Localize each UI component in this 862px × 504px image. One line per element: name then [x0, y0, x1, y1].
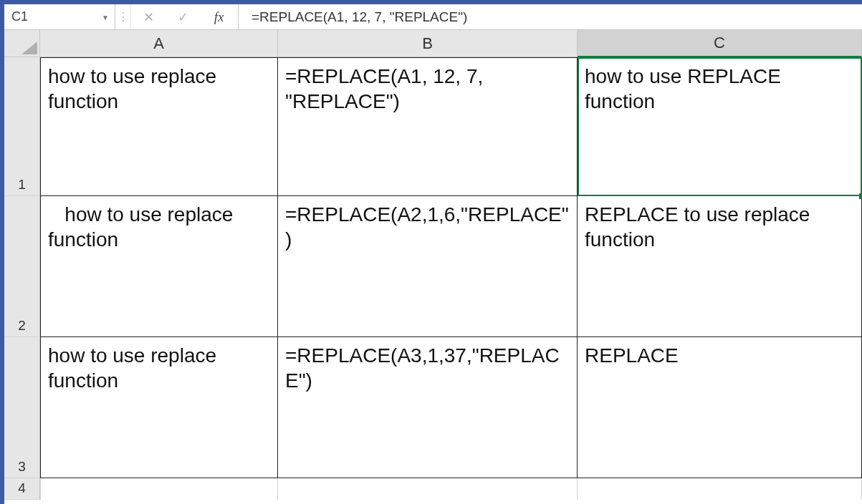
row-header-label: 4 — [18, 480, 26, 496]
row-headers: 1 2 3 4 — [4, 57, 40, 500]
cell-B2[interactable]: =REPLACE(A2,1,6,"REPLACE") — [278, 196, 578, 337]
cell-C1[interactable]: how to use REPLACE function — [578, 57, 862, 196]
table-row: how to use replace function =REPLACE(A1,… — [40, 57, 862, 196]
row-header-2[interactable]: 2 — [4, 196, 40, 337]
name-box-dropdown-icon[interactable]: ▼ — [102, 13, 109, 21]
column-header-label: B — [422, 34, 433, 53]
cell-value: =REPLACE(A3,1,37,"REPLACE") — [285, 343, 570, 393]
column-header-C[interactable]: C — [578, 30, 862, 57]
cell-A2[interactable]: how to use replace function — [40, 196, 278, 337]
enter-icon: ✓ — [178, 9, 188, 25]
row-header-gutter: 1 2 3 4 — [4, 30, 40, 504]
row-header-label: 1 — [18, 177, 26, 193]
name-box-value: C1 — [11, 9, 28, 24]
cell-A4[interactable] — [40, 478, 278, 500]
insert-function-button[interactable]: fx — [200, 4, 239, 29]
select-all-button[interactable] — [4, 30, 40, 57]
fx-icon: fx — [214, 9, 224, 25]
formula-input[interactable]: =REPLACE(A1, 12, 7, "REPLACE") — [239, 4, 862, 29]
cancel-icon: ✕ — [143, 9, 154, 25]
cell-C3[interactable]: REPLACE — [578, 337, 862, 478]
table-row: how to use replace function =REPLACE(A3,… — [40, 337, 862, 478]
cell-value: how to use replace function — [48, 64, 270, 114]
row-header-1[interactable]: 1 — [4, 57, 40, 196]
column-header-A[interactable]: A — [40, 30, 278, 57]
enter-button[interactable]: ✓ — [166, 4, 200, 29]
cell-A3[interactable]: how to use replace function — [40, 337, 278, 478]
column-headers: A B C — [40, 30, 862, 57]
cell-value: how to use REPLACE function — [585, 64, 854, 114]
column-header-label: C — [714, 34, 725, 52]
spreadsheet-grid: 1 2 3 4 A B C how to use replace functio… — [4, 30, 862, 504]
cancel-button[interactable]: ✕ — [131, 4, 166, 29]
column-header-label: A — [153, 34, 164, 53]
cell-C2[interactable]: REPLACE to use replace function — [578, 196, 862, 337]
formula-input-value: =REPLACE(A1, 12, 7, "REPLACE") — [252, 9, 467, 25]
column-header-B[interactable]: B — [278, 30, 578, 57]
cells-area: A B C how to use replace function =REPLA… — [40, 30, 862, 504]
cell-B1[interactable]: =REPLACE(A1, 12, 7, "REPLACE") — [278, 57, 578, 196]
rows: how to use replace function =REPLACE(A1,… — [40, 57, 862, 500]
cell-value: REPLACE — [585, 343, 679, 368]
formula-bar-divider: ⋮ — [115, 4, 131, 29]
cell-B3[interactable]: =REPLACE(A3,1,37,"REPLACE") — [278, 337, 578, 478]
row-header-4[interactable]: 4 — [4, 478, 40, 500]
row-header-3[interactable]: 3 — [4, 337, 40, 478]
cell-B4[interactable] — [278, 478, 578, 500]
row-header-label: 2 — [18, 318, 26, 334]
cell-value: REPLACE to use replace function — [585, 202, 854, 252]
row-header-label: 3 — [18, 459, 26, 475]
cell-A1[interactable]: how to use replace function — [40, 57, 278, 196]
cell-C4[interactable] — [578, 478, 862, 500]
cell-value: =REPLACE(A1, 12, 7, "REPLACE") — [285, 64, 570, 114]
table-row: how to use replace function =REPLACE(A2,… — [40, 196, 862, 337]
formula-bar: C1 ▼ ⋮ ✕ ✓ fx =REPLACE(A1, 12, 7, "REPLA… — [4, 4, 862, 30]
name-box[interactable]: C1 ▼ — [4, 4, 115, 29]
cell-value: =REPLACE(A2,1,6,"REPLACE") — [285, 202, 570, 252]
cell-value: how to use replace function — [48, 202, 270, 252]
cell-value: how to use replace function — [48, 343, 270, 393]
table-row — [40, 478, 862, 500]
